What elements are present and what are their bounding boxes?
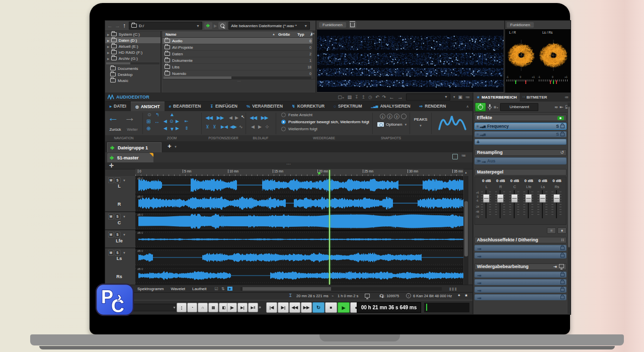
crop-icon[interactable]: ⇅: [221, 287, 225, 291]
zoom-fit-icon[interactable]: ⊞: [146, 119, 150, 124]
tree-item-place[interactable]: Desktop: [105, 71, 160, 77]
tab-korrektur[interactable]: ↯KORREKTUR: [287, 102, 329, 111]
scroll-next-icon[interactable]: ▶: [258, 124, 262, 129]
monitor-speaker-button[interactable]: [204, 22, 212, 29]
tree-item-drive[interactable]: ▶Aktuell (E:): [105, 43, 160, 49]
chevron-down-icon[interactable]: ▼: [123, 215, 126, 218]
zoom-plus-icon[interactable]: ⊕: [146, 126, 150, 131]
cursor-end-icon[interactable]: ▶▶: [217, 115, 224, 120]
zoom-left-icon[interactable]: ◀: [164, 119, 167, 124]
save-icon[interactable]: ↧: [355, 95, 359, 100]
effect-slot-frequency[interactable]: ≡▂▄▆ Frequency S: [474, 123, 567, 130]
zoom-edge-icon[interactable]: ⇤: [185, 119, 189, 124]
dock-menu-icon[interactable]: ≔: [565, 95, 569, 100]
peaks-caret-icon[interactable]: ▼: [411, 124, 430, 127]
zoom-preset-dropdown[interactable]: ▼: [406, 94, 450, 101]
history-icon[interactable]: ↺: [560, 149, 564, 156]
view-tab-wavelet[interactable]: Wavelet: [171, 287, 185, 291]
monitor-icon[interactable]: [559, 264, 564, 268]
redo-icon[interactable]: ↷: [382, 95, 386, 100]
cursor-zero-icon[interactable]: ∿: [239, 124, 243, 129]
grid-icon[interactable]: ∷: [561, 237, 564, 243]
wolf-mode-icon[interactable]: ✦: [457, 293, 461, 298]
final-slot-2[interactable]: ▂▄: [474, 252, 567, 258]
forward-button[interactable]: →: [124, 111, 135, 124]
lock-icon[interactable]: [560, 133, 565, 136]
snapshot-add[interactable]: [401, 114, 407, 119]
loop-button[interactable]: ↻: [312, 302, 325, 313]
tab-bitmeter[interactable]: ∷ BITMETER: [520, 93, 550, 102]
master-power-button[interactable]: [475, 103, 486, 112]
clear-button[interactable]: [349, 22, 356, 28]
playback-slot-1[interactable]: ▂▄: [474, 272, 567, 278]
tab-bearbeiten[interactable]: eBEARBEITEN: [165, 102, 206, 111]
lock-icon[interactable]: [560, 125, 565, 128]
fader-rs[interactable]: [553, 194, 560, 203]
zoom-factor[interactable]: x 1: 109975: [379, 294, 399, 298]
check-icon[interactable]: ☑: [215, 287, 218, 291]
marker-drop-button[interactable]: ¦: [177, 303, 187, 312]
tree-item-drive-selected[interactable]: ▶Daten (D:): [105, 37, 160, 43]
cursor-marker1-icon[interactable]: ⊻: [206, 124, 209, 129]
document-tab[interactable]: 51-master: [107, 153, 153, 162]
lock-icon[interactable]: [560, 273, 565, 277]
open-file-icon[interactable]: ▤: [347, 95, 352, 100]
solo-effect-button[interactable]: S: [556, 124, 559, 129]
bypass-icon[interactable]: ≂: [554, 105, 558, 110]
cursor-next-icon[interactable]: ▶: [235, 115, 238, 120]
cursor-prev-icon[interactable]: ◀: [229, 115, 232, 120]
drop-button[interactable]: ♦: [557, 227, 567, 234]
add-group-caret-icon[interactable]: ▼: [174, 145, 177, 148]
cursor-marker2-icon[interactable]: ⊻: [213, 124, 216, 129]
fader-c[interactable]: [511, 194, 518, 203]
filter-icon[interactable]: ▾: [453, 95, 455, 99]
file-row[interactable]: AV-Projekte0: [163, 44, 315, 51]
snapshot-options-button[interactable]: Optionen▼: [377, 122, 407, 127]
monitor-icon[interactable]: [365, 294, 370, 298]
undo-icon[interactable]: ↶: [375, 95, 379, 100]
file-group-tab[interactable]: Dateigruppe 1: [107, 142, 162, 152]
fader-lfe[interactable]: [525, 194, 532, 203]
forward-button[interactable]: ▶▶: [301, 302, 312, 313]
collapse-ribbon-icon[interactable]: ᴧ: [467, 105, 469, 108]
zoom-up-icon[interactable]: ▲: [170, 112, 175, 117]
reset-icon[interactable]: ⇤: [559, 105, 564, 110]
tab-einfuegen[interactable]: ↧EINFÜGEN: [205, 102, 242, 111]
solo-button[interactable]: S: [115, 250, 120, 255]
playback-slot-2[interactable]: ▂▄: [474, 279, 567, 285]
format-filter-dropdown[interactable]: Alle bekannten Dateiformate (*.wav * ▼: [228, 22, 310, 30]
splitter-handle[interactable]: ⋯: [286, 161, 291, 166]
mute-button[interactable]: M: [108, 178, 114, 183]
peaks-button[interactable]: PEAKS: [411, 117, 430, 122]
solo-button[interactable]: S: [115, 178, 120, 183]
table-v-scrollbar[interactable]: ▲▼: [312, 31, 315, 81]
lock-icon[interactable]: [560, 246, 565, 250]
file-table-header[interactable]: Name ▲ Größe Typ Ä: [163, 31, 315, 38]
scroll-prev-icon[interactable]: ◀: [251, 124, 255, 129]
file-row[interactable]: Daten2: [163, 51, 315, 57]
mute-button[interactable]: M: [108, 214, 114, 219]
snapshot-3[interactable]: 3: [394, 114, 399, 119]
add-effect-button[interactable]: +: [474, 139, 567, 145]
tab-funktionen[interactable]: Funktionen: [507, 22, 534, 28]
chevron-down-icon[interactable]: ▼: [123, 179, 126, 182]
nav-forward-icon[interactable]: →: [397, 94, 403, 100]
h-zoom-widget[interactable]: ▮▮▮: [449, 287, 457, 291]
tree-item-drive[interactable]: ▶System (C:): [105, 31, 160, 37]
playback-slot-3[interactable]: ▂▄: [474, 287, 567, 293]
zoom-right2-icon[interactable]: ▶: [176, 126, 179, 131]
link-faders-button[interactable]: =: [547, 227, 556, 234]
scroll-cursor-icon[interactable]: ⊹: [265, 124, 269, 129]
crosshair-tool-icon[interactable]: ✛: [109, 162, 114, 169]
zoom-tool-icon[interactable]: ⊙: [147, 112, 151, 117]
bars-button[interactable]: ▤: [208, 303, 218, 312]
resampling-slot[interactable]: ≫▂▄ Aus: [474, 157, 567, 164]
chevron-down-icon[interactable]: ▼: [123, 233, 126, 236]
wave-v-scrollbar[interactable]: ▲: [464, 176, 468, 285]
menu-icon[interactable]: ≡▼: [494, 105, 499, 110]
effect-slot-empty[interactable]: ≡▂▄▆ S: [474, 131, 567, 137]
tree-scrollbar[interactable]: [106, 62, 159, 64]
more-transport-icon[interactable]: »: [259, 305, 261, 310]
snapshot-2[interactable]: 2: [387, 114, 392, 119]
playback-option-waveform[interactable]: Wellenform folgt: [281, 127, 317, 131]
